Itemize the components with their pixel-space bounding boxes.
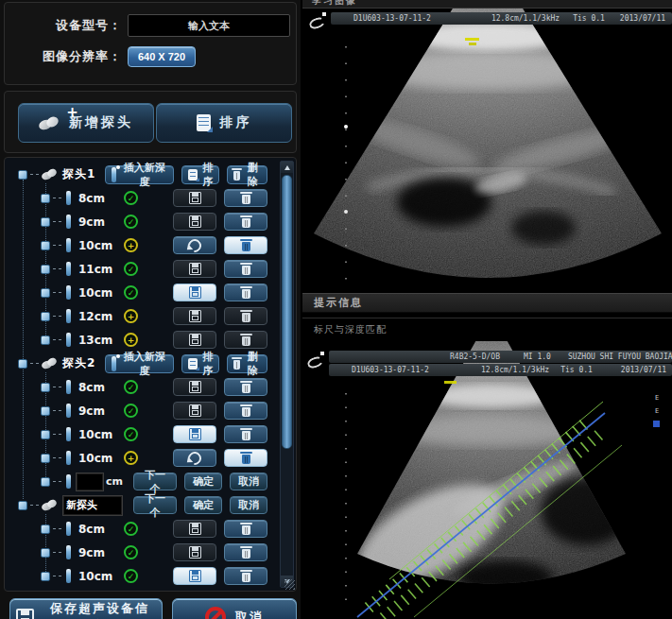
delete-probe-button[interactable]: 删除 bbox=[227, 354, 267, 373]
trash-icon bbox=[242, 525, 250, 535]
depth-label: 10cm bbox=[78, 286, 124, 300]
save-button[interactable] bbox=[173, 425, 216, 443]
insert-depth-button[interactable]: 插入新深度 bbox=[105, 354, 174, 373]
tree-expander[interactable] bbox=[18, 170, 27, 180]
tree-scrollbar[interactable] bbox=[280, 161, 294, 588]
tree-expander[interactable] bbox=[18, 501, 27, 510]
scan-params: 12.8cm/1.1/3kHz bbox=[491, 14, 560, 23]
tree-expander[interactable] bbox=[41, 217, 50, 227]
section-divider bbox=[302, 315, 672, 318]
delete-button[interactable] bbox=[224, 520, 267, 538]
tree-expander[interactable] bbox=[41, 524, 50, 534]
top-section-label: 学习图像 bbox=[312, 0, 672, 8]
sort-depths-button[interactable]: 排序 bbox=[181, 165, 219, 184]
delete-probe-button[interactable]: 删除 bbox=[227, 165, 267, 184]
sort-button[interactable]: 排序 bbox=[156, 103, 292, 143]
device-model-input[interactable] bbox=[128, 14, 290, 37]
save-button[interactable] bbox=[173, 284, 216, 301]
refresh-button[interactable] bbox=[173, 449, 216, 467]
tree-expander[interactable] bbox=[41, 572, 50, 581]
depth-row: 10cm ✓ bbox=[7, 564, 279, 588]
scrollbar-thumb[interactable] bbox=[282, 175, 292, 449]
delete-button[interactable] bbox=[224, 260, 267, 278]
trash-icon bbox=[233, 171, 240, 181]
add-probe-button[interactable]: + 新增探头 bbox=[18, 103, 154, 143]
refresh-button[interactable] bbox=[173, 236, 216, 254]
cancel-button[interactable]: 取消 bbox=[230, 496, 267, 514]
save-button[interactable] bbox=[173, 331, 216, 349]
tree-connector bbox=[53, 221, 61, 222]
save-button[interactable] bbox=[173, 213, 216, 231]
save-button[interactable] bbox=[173, 402, 216, 420]
save-button[interactable] bbox=[173, 543, 216, 561]
resize-grip[interactable] bbox=[284, 579, 295, 590]
delete-button[interactable] bbox=[224, 284, 267, 301]
delete-button[interactable] bbox=[224, 307, 267, 325]
new-depth-row: cm 下一个 确定 取消 bbox=[7, 470, 279, 493]
save-button[interactable] bbox=[173, 307, 216, 325]
depth-row: 9cm ✓ bbox=[7, 210, 279, 233]
tree-expander[interactable] bbox=[18, 359, 27, 369]
trash-icon bbox=[242, 218, 250, 228]
save-button[interactable] bbox=[173, 189, 216, 207]
depth-label: 11cm bbox=[78, 263, 124, 276]
insert-depth-label: 插入新深度 bbox=[121, 161, 167, 189]
resolution-button[interactable]: 640 X 720 bbox=[128, 46, 196, 67]
insert-depth-button[interactable]: 插入新深度 bbox=[105, 165, 174, 184]
tree-expander[interactable] bbox=[41, 548, 50, 558]
sort-depths-button[interactable]: 排序 bbox=[181, 354, 219, 373]
depth-probe-icon bbox=[66, 545, 71, 559]
cancel-all-button[interactable]: 取消 bbox=[172, 598, 297, 619]
tree-expander[interactable] bbox=[41, 241, 50, 250]
delete-button[interactable] bbox=[224, 213, 267, 231]
tree-expander[interactable] bbox=[41, 406, 50, 416]
status-icon: ✓ bbox=[124, 215, 138, 229]
delete-button[interactable] bbox=[224, 189, 267, 207]
confirm-button[interactable]: 确定 bbox=[184, 473, 222, 490]
delete-button[interactable] bbox=[224, 543, 267, 561]
tree-expander[interactable] bbox=[41, 335, 50, 345]
delete-button[interactable] bbox=[224, 402, 267, 420]
next-button[interactable]: 下一个 bbox=[133, 473, 177, 490]
tree-expander[interactable] bbox=[41, 477, 50, 487]
delete-button[interactable] bbox=[224, 567, 267, 585]
scan-date: 2013/07/11 bbox=[620, 14, 665, 23]
next-button[interactable]: 下一个 bbox=[133, 496, 177, 514]
status-icon: ✓ bbox=[124, 427, 138, 441]
save-button[interactable] bbox=[173, 520, 216, 538]
tree-expander[interactable] bbox=[41, 288, 50, 298]
scroll-up-button[interactable] bbox=[281, 162, 293, 173]
ultrasound-scan-bottom: E E bbox=[302, 341, 672, 619]
trash-icon bbox=[242, 336, 250, 346]
status-icon: ✓ bbox=[124, 569, 138, 583]
tree-expander[interactable] bbox=[41, 312, 50, 321]
top-section-strip: 学习图像 bbox=[302, 0, 672, 9]
new-depth-input[interactable] bbox=[77, 473, 103, 490]
depth-probe-icon bbox=[66, 333, 71, 347]
probe-icon bbox=[42, 500, 58, 511]
probe-name: 探头2 bbox=[62, 355, 97, 371]
ultrasound-scan-top bbox=[302, 9, 672, 293]
delete-button[interactable] bbox=[224, 378, 267, 396]
tree-expander[interactable] bbox=[41, 265, 50, 274]
probe-name-input[interactable] bbox=[63, 496, 122, 515]
save-button[interactable] bbox=[173, 260, 216, 278]
tis-value: Tis 0.1 bbox=[573, 14, 605, 23]
delete-button[interactable] bbox=[224, 236, 267, 254]
depth-probe-icon bbox=[66, 380, 71, 394]
tree-expander[interactable] bbox=[41, 383, 50, 392]
save-button[interactable] bbox=[173, 567, 216, 585]
tree-expander[interactable] bbox=[41, 430, 50, 439]
save-device-button[interactable]: 保存超声设备信息 bbox=[9, 598, 163, 619]
delete-button[interactable] bbox=[224, 449, 267, 467]
save-button[interactable] bbox=[173, 378, 216, 396]
confirm-button[interactable]: 确定 bbox=[184, 496, 222, 514]
delete-button[interactable] bbox=[224, 331, 267, 349]
delete-button[interactable] bbox=[224, 425, 267, 443]
cancel-button[interactable]: 取消 bbox=[230, 473, 267, 490]
depth-row: 8cm ✓ bbox=[7, 186, 279, 210]
tree-expander[interactable] bbox=[41, 194, 50, 203]
sort-label: 排序 bbox=[220, 114, 252, 131]
depth-row: 9cm ✓ bbox=[7, 541, 279, 564]
tree-expander[interactable] bbox=[41, 454, 50, 463]
